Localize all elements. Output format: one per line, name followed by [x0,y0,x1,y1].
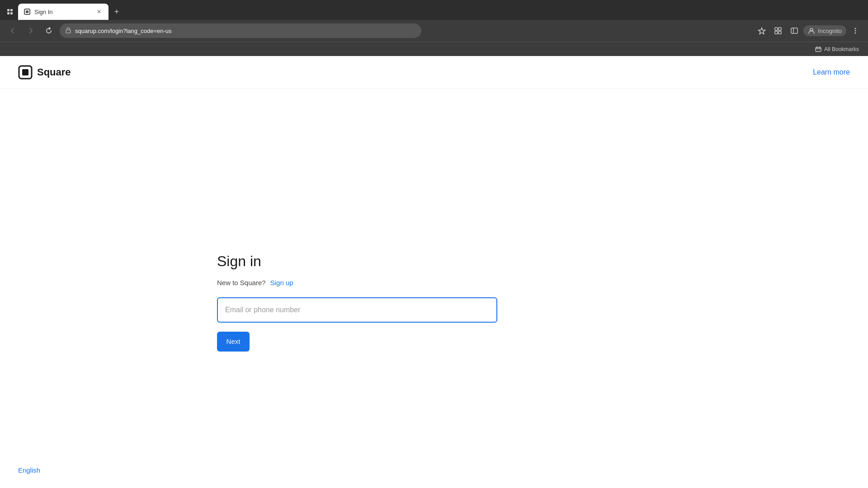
svg-point-15 [855,30,856,32]
logo: Square [18,65,71,80]
toolbar-actions: Incognito [755,23,863,38]
all-bookmarks-label: All Bookmarks [824,46,859,52]
svg-rect-17 [816,47,821,52]
email-phone-input[interactable] [217,297,497,323]
page-content: Square Learn more Sign in New to Square?… [0,56,868,488]
bookmark-icon[interactable] [755,23,769,38]
svg-point-14 [855,28,856,29]
main-content: Sign in New to Square? Sign up Next [0,89,868,488]
svg-rect-8 [778,28,781,30]
menu-icon[interactable] [848,23,863,38]
extensions-icon[interactable] [771,23,785,38]
active-tab[interactable]: Sign In ✕ [18,4,108,20]
browser-toolbar: squarup.com/login?lang_code=en-us [0,20,868,42]
new-tab-button[interactable]: + [110,5,123,18]
svg-rect-7 [775,28,778,30]
incognito-label: Incognito [818,28,842,34]
svg-rect-1 [10,9,13,11]
sign-in-title: Sign in [217,253,261,270]
bookmarks-bar: All Bookmarks [0,42,868,56]
forward-button[interactable] [24,23,38,38]
square-logo-icon [18,65,33,80]
page-header: Square Learn more [0,56,868,89]
browser-chrome: Sign In ✕ + [0,0,868,56]
svg-rect-2 [7,12,9,14]
learn-more-link[interactable]: Learn more [813,68,850,76]
reload-button[interactable] [42,23,56,38]
incognito-badge[interactable]: Incognito [803,25,846,36]
logo-text: Square [37,66,71,78]
page-footer: English [18,466,40,474]
tab-close-button[interactable]: ✕ [95,8,103,16]
svg-point-16 [855,33,856,34]
svg-rect-3 [10,12,13,14]
sidebar-icon[interactable] [787,23,802,38]
next-button[interactable]: Next [217,332,250,352]
svg-rect-19 [22,69,28,75]
url-display: squarup.com/login?lang_code=en-us [75,28,416,34]
tab-title: Sign In [34,9,91,15]
svg-rect-0 [7,9,9,11]
sign-up-link[interactable]: Sign up [270,279,293,286]
tab-list-button[interactable] [4,5,16,18]
svg-rect-11 [791,28,797,33]
svg-rect-10 [778,31,781,34]
lock-icon [65,27,71,35]
tab-favicon [24,8,31,15]
address-bar[interactable]: squarup.com/login?lang_code=en-us [60,23,421,38]
tab-bar: Sign In ✕ + [0,0,868,20]
all-bookmarks-item[interactable]: All Bookmarks [811,45,863,53]
language-selector[interactable]: English [18,466,40,474]
svg-rect-5 [26,10,28,13]
back-button[interactable] [5,23,20,38]
svg-rect-9 [775,31,778,34]
new-to-square-text: New to Square? Sign up [217,279,293,286]
svg-rect-6 [66,30,71,33]
